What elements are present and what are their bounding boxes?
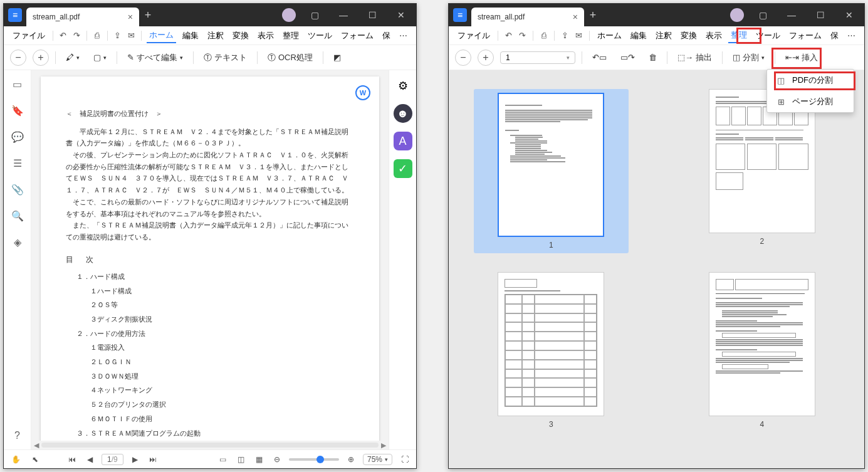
page-thumb-1[interactable]: 1 xyxy=(474,89,629,253)
split-pdf-item[interactable]: ◫ PDFの分割 xyxy=(767,70,854,91)
redo-icon[interactable]: ↷ xyxy=(72,28,82,43)
menu-organize[interactable]: 整理 xyxy=(280,29,301,43)
document-tab[interactable]: stream_all.pdf × xyxy=(26,8,139,26)
shape-tool[interactable]: ▢▾ xyxy=(90,50,110,65)
menu-organize[interactable]: 整理 xyxy=(728,28,750,43)
word-export-badge[interactable]: W xyxy=(355,85,370,100)
view-mode-3-icon[interactable]: ▦ xyxy=(253,454,265,465)
menu-view[interactable]: 表示 xyxy=(255,29,276,43)
rotate-right-button[interactable]: ▭↷ xyxy=(617,50,639,65)
menu-overflow[interactable]: ⋯ xyxy=(397,31,410,40)
settings-panel-icon[interactable]: ⚙ xyxy=(394,76,412,95)
highlighter-tool[interactable]: 🖍▾ xyxy=(62,50,83,65)
edit-all-tool[interactable]: ✎ すべて編集▾ xyxy=(123,50,187,66)
zoom-out-icon[interactable]: ⊖ xyxy=(271,454,283,465)
last-page-icon[interactable]: ⏭ xyxy=(147,454,159,465)
layers-panel-icon[interactable]: ◈ xyxy=(10,234,25,249)
minimize-button[interactable]: — xyxy=(782,4,802,26)
thumbnail-panel-icon[interactable]: ▭ xyxy=(10,76,25,92)
print-icon[interactable]: ⎙ xyxy=(538,28,549,43)
view-mode-2-icon[interactable]: ◫ xyxy=(235,454,247,465)
prev-page-icon[interactable]: ◀ xyxy=(85,454,95,465)
menu-home[interactable]: ホーム xyxy=(595,29,624,43)
menu-file[interactable]: ファイル xyxy=(10,29,48,43)
menu-tool[interactable]: ツール xyxy=(753,29,783,43)
page-thumb-3[interactable]: 3 xyxy=(474,272,629,429)
checkmark-app-icon[interactable]: ✓ xyxy=(394,159,412,178)
menu-annotate[interactable]: 注釈 xyxy=(205,29,226,43)
user-avatar[interactable] xyxy=(730,8,744,22)
menu-annotate[interactable]: 注釈 xyxy=(653,29,674,43)
scroll-right-icon[interactable]: ▶ xyxy=(379,441,389,449)
maximize-button[interactable]: ☐ xyxy=(362,4,382,26)
zoom-slider[interactable] xyxy=(289,458,339,461)
mail-icon[interactable]: ✉ xyxy=(126,28,136,43)
page-thumb-2[interactable]: 2 xyxy=(685,89,840,253)
menu-overflow[interactable]: ⋯ xyxy=(845,31,858,40)
close-button[interactable]: ✕ xyxy=(391,4,411,26)
list-panel-icon[interactable]: ☰ xyxy=(10,155,25,170)
zoom-in-icon[interactable]: ⊕ xyxy=(345,454,357,465)
new-tab-button[interactable]: + xyxy=(139,9,157,22)
feedback-icon[interactable]: ▢ xyxy=(305,4,325,26)
menu-form[interactable]: フォーム xyxy=(787,29,824,43)
undo-icon[interactable]: ↶ xyxy=(58,28,68,43)
menu-edit[interactable]: 編集 xyxy=(628,29,649,43)
comment-panel-icon[interactable]: 💬 xyxy=(10,129,25,144)
minimize-button[interactable]: — xyxy=(333,4,353,26)
help-icon[interactable]: ? xyxy=(10,428,25,443)
share-icon[interactable]: ⇪ xyxy=(113,28,123,43)
document-tab[interactable]: stream_all.pdf × xyxy=(471,8,584,26)
tab-close-icon[interactable]: × xyxy=(573,12,578,22)
text-tool[interactable]: Ⓣ テキスト xyxy=(200,50,251,66)
zoom-percent-select[interactable]: 75%▾ xyxy=(363,454,392,465)
close-button[interactable]: ✕ xyxy=(839,4,859,26)
menu-convert[interactable]: 変換 xyxy=(230,29,251,43)
new-tab-button[interactable]: + xyxy=(584,9,602,22)
maximize-button[interactable]: ☐ xyxy=(810,4,830,26)
menu-view[interactable]: 表示 xyxy=(703,29,724,43)
zoom-out-button[interactable]: − xyxy=(10,50,26,66)
crop-tool[interactable]: ◩ xyxy=(330,50,345,65)
next-page-icon[interactable]: ▶ xyxy=(130,454,140,465)
ocr-tool[interactable]: Ⓣ OCR処理 xyxy=(264,50,316,66)
share-icon[interactable]: ⇪ xyxy=(560,28,570,43)
menu-more-partial[interactable]: 保 xyxy=(380,29,393,43)
split-page-item[interactable]: ⊞ ページ分割 xyxy=(767,91,854,112)
scroll-left-icon[interactable]: ◀ xyxy=(31,441,41,449)
extract-button[interactable]: ⬚→ 抽出 xyxy=(674,50,716,66)
fullscreen-icon[interactable]: ⛶ xyxy=(399,454,411,465)
menu-convert[interactable]: 変換 xyxy=(678,29,699,43)
menu-file[interactable]: ファイル xyxy=(455,29,493,43)
page-thumb-4[interactable]: 4 xyxy=(685,272,840,429)
menu-home[interactable]: ホーム xyxy=(147,28,176,43)
ai-assistant-icon[interactable]: ☻ xyxy=(394,104,412,123)
search-panel-icon[interactable]: 🔍 xyxy=(10,208,25,223)
select-tool-icon[interactable]: ⬉ xyxy=(29,454,41,465)
delete-page-button[interactable]: 🗑 xyxy=(645,50,661,65)
rotate-left-button[interactable]: ↶▭ xyxy=(588,50,610,65)
tab-close-icon[interactable]: × xyxy=(128,12,133,22)
attachment-panel-icon[interactable]: 📎 xyxy=(10,182,25,197)
menu-tool[interactable]: ツール xyxy=(305,29,335,43)
mail-icon[interactable]: ✉ xyxy=(573,28,584,43)
page-selector[interactable]: 1▾ xyxy=(500,51,575,64)
hand-tool-icon[interactable]: ✋ xyxy=(9,454,23,465)
zoom-in-button[interactable]: + xyxy=(478,50,494,66)
redo-icon[interactable]: ↷ xyxy=(518,28,528,43)
app-a-icon[interactable]: A xyxy=(394,132,412,150)
undo-icon[interactable]: ↶ xyxy=(503,28,514,43)
thumbnail-grid[interactable]: 1 xyxy=(449,70,864,468)
page-input[interactable]: 1/9 xyxy=(102,454,123,465)
split-button[interactable]: ◫ 分割▾ xyxy=(729,50,768,66)
horizontal-scrollbar[interactable]: ◀ ▶ xyxy=(31,441,389,449)
insert-button[interactable]: ⇤⇥ 挿入 xyxy=(782,50,822,66)
feedback-icon[interactable]: ▢ xyxy=(753,4,773,26)
first-page-icon[interactable]: ⏮ xyxy=(66,454,78,465)
bookmark-panel-icon[interactable]: 🔖 xyxy=(10,103,25,118)
user-avatar[interactable] xyxy=(282,8,296,22)
zoom-in-button[interactable]: + xyxy=(33,50,49,66)
zoom-out-button[interactable]: − xyxy=(455,50,471,66)
document-viewport[interactable]: W ＜ 補足説明書の位置付け ＞ 平成元年１２月に、ＳＴＲＥＡＭ Ｖ２．４までを… xyxy=(31,70,389,449)
view-mode-1-icon[interactable]: ▭ xyxy=(217,454,229,465)
